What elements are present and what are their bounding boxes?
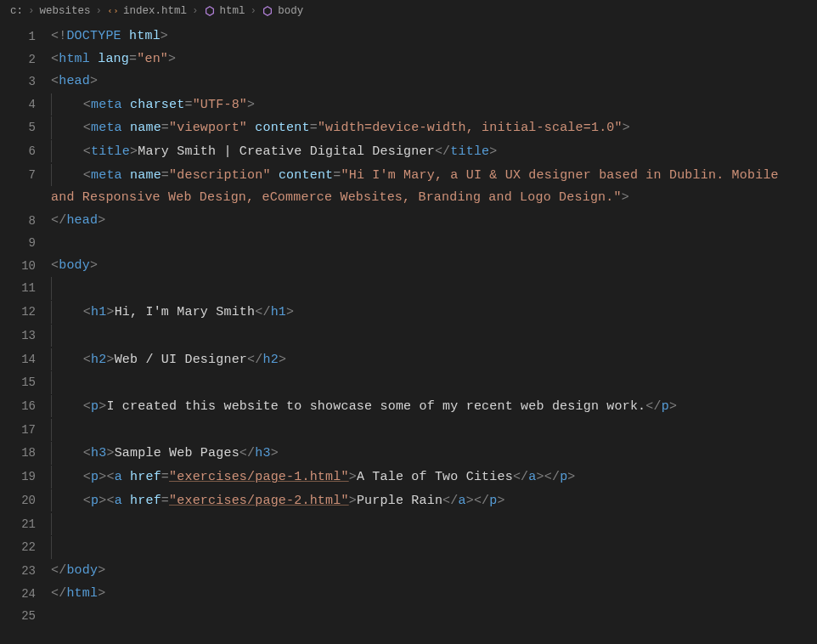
punct: </: [51, 586, 66, 601]
punct: </: [51, 563, 66, 578]
line-number: 25: [0, 605, 51, 628]
string: "viewport": [169, 121, 247, 135]
chevron-right-icon: ›: [251, 5, 257, 17]
tag: title: [91, 144, 130, 159]
line-number: 7: [0, 164, 51, 187]
code-line[interactable]: 13: [0, 325, 817, 348]
code-line[interactable]: 6 <title>Mary Smith | Creative Digital D…: [0, 140, 817, 164]
breadcrumb-file[interactable]: index.html: [107, 5, 187, 17]
tag: meta: [91, 98, 122, 112]
string: "description": [169, 168, 271, 183]
space: [122, 494, 130, 508]
punct: >: [498, 494, 505, 508]
punct: </: [645, 399, 661, 414]
line-number: 22: [0, 536, 51, 559]
punct: >: [279, 353, 286, 367]
punct: <: [83, 144, 91, 159]
punct: <: [83, 121, 91, 135]
tag: p: [662, 399, 669, 414]
code-line[interactable]: 3 <head>: [0, 71, 817, 93]
text: Mary Smith | Creative Digital Designer: [138, 144, 435, 159]
string: "exercises/page-1.html": [169, 470, 349, 484]
tag: p: [91, 494, 99, 508]
punct: <: [51, 52, 59, 66]
breadcrumb-file-label: index.html: [123, 5, 187, 17]
punct: >: [106, 353, 114, 367]
breadcrumb-drive[interactable]: c:: [10, 5, 23, 17]
code-line[interactable]: 25: [0, 605, 817, 628]
tag: meta: [91, 168, 122, 183]
punct: =: [161, 168, 169, 183]
punct: </: [474, 494, 489, 508]
code-line[interactable]: 20 <p><a href="exercises/page-2.html">Pu…: [0, 489, 817, 513]
punct: <: [83, 399, 91, 414]
punct: </: [51, 213, 66, 228]
punct: </: [435, 144, 450, 159]
tag: h3: [91, 447, 106, 461]
line-number: 24: [0, 583, 51, 606]
code-line[interactable]: 4 <meta charset="UTF-8">: [0, 93, 817, 117]
code-line[interactable]: 19 <p><a href="exercises/page-1.html">A …: [0, 466, 817, 489]
code-line[interactable]: 22: [0, 536, 817, 560]
line-number: 17: [0, 419, 51, 442]
code-editor[interactable]: 1 <!DOCTYPE html> 2 <html lang="en"> 3 <…: [0, 22, 817, 628]
code-line[interactable]: 23 </body>: [0, 560, 817, 583]
text: Sample Web Pages: [115, 447, 239, 461]
code-line[interactable]: 2 <html lang="en">: [0, 48, 817, 71]
code-line[interactable]: 10 <body>: [0, 255, 817, 278]
symbol-icon: [262, 5, 273, 17]
breadcrumb: c: › websites › index.html › html › body: [0, 0, 817, 22]
code-line[interactable]: 8 </head>: [0, 210, 817, 233]
tag: a: [115, 494, 122, 508]
breadcrumb-symbol-html[interactable]: html: [204, 5, 245, 17]
code-line[interactable]: 14 <h2>Web / UI Designer</h2>: [0, 348, 817, 372]
punct: >: [90, 74, 98, 88]
code-line[interactable]: 15: [0, 371, 817, 395]
line-number: 21: [0, 513, 51, 536]
punct: <: [83, 494, 91, 508]
string: "width=device-width, initial-scale=1.0": [318, 121, 623, 135]
code-line[interactable]: 12 <h1>Hi, I'm Mary Smith</h1>: [0, 301, 817, 325]
code-line[interactable]: 16 <p>I created this website to showcase…: [0, 395, 817, 419]
code-line[interactable]: 24 </html>: [0, 583, 817, 606]
breadcrumb-symbol-body[interactable]: body: [262, 5, 303, 17]
tag: h1: [91, 305, 106, 319]
code-line[interactable]: 9: [0, 232, 817, 255]
line-number: 12: [0, 301, 51, 324]
code-line[interactable]: 7 <meta name="description" content="Hi I…: [0, 164, 817, 210]
code-line[interactable]: 11: [0, 277, 817, 301]
string: "UTF-8": [193, 98, 247, 112]
line-number: 4: [0, 93, 51, 116]
chevron-right-icon: ›: [28, 5, 35, 17]
tag: body: [59, 258, 90, 273]
indent: [52, 466, 83, 489]
indent: [52, 117, 83, 140]
text: Hi, I'm Mary Smith: [115, 305, 256, 319]
code-line[interactable]: 21: [0, 513, 817, 537]
attr: name: [130, 168, 161, 183]
breadcrumb-folder[interactable]: websites: [40, 5, 91, 17]
space: [247, 121, 255, 135]
indent: [52, 349, 83, 372]
punct: >: [98, 563, 105, 578]
chevron-right-icon: ›: [96, 5, 103, 17]
indent: [52, 443, 83, 466]
string: "en": [137, 52, 168, 66]
punct: >: [349, 470, 357, 484]
code-line[interactable]: 5 <meta name="viewport" content="width=d…: [0, 116, 817, 140]
code-line[interactable]: 18 <h3>Sample Web Pages</h3>: [0, 442, 817, 466]
space: [122, 121, 130, 135]
code-line[interactable]: 17: [0, 419, 817, 443]
attr: href: [130, 470, 161, 484]
line-number: 8: [0, 210, 51, 233]
punct: <: [83, 447, 91, 461]
punct: </: [247, 353, 262, 367]
code-line[interactable]: 1 <!DOCTYPE html>: [0, 25, 817, 48]
tag: a: [115, 470, 122, 484]
punct: <: [106, 470, 114, 484]
text: Web / UI Designer: [115, 353, 247, 367]
indent: [52, 302, 83, 325]
tag: p: [91, 470, 99, 484]
space: [122, 98, 130, 112]
tag: h3: [255, 447, 270, 461]
